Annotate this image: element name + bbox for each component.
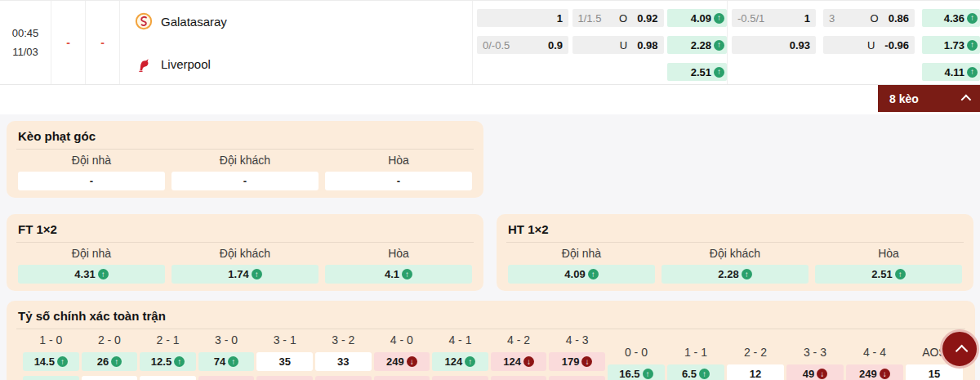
score-column: 3 - 3 49	[786, 345, 844, 380]
score-odds-top[interactable]: 124	[432, 352, 488, 371]
score-odds-bottom[interactable]: 6.6	[140, 376, 196, 380]
ft-home-odds[interactable]: 4.31	[18, 265, 165, 284]
odds-count-label: 8 kèo	[889, 92, 919, 105]
ht-over-odds[interactable]: 3 O 0.86	[823, 9, 915, 27]
ft-away-odds[interactable]: 1.74	[172, 265, 318, 284]
ht-home-odds[interactable]: 4.09	[508, 265, 655, 284]
odds-value: -	[90, 175, 93, 187]
odds-value: 4.31	[74, 268, 95, 280]
odds-value: 249	[859, 368, 877, 380]
home-team-row[interactable]: Galatasaray	[135, 11, 472, 31]
score-odds[interactable]: 16.5	[608, 364, 665, 380]
odds-value: 49	[803, 368, 814, 380]
score-label: 4 - 4	[846, 345, 903, 360]
trend-icon	[228, 356, 238, 367]
corner-headers: Đội nhà Đội khách Hòa	[16, 150, 474, 170]
odds-value: 16.5	[619, 368, 639, 380]
ft-1x2-draw-odds[interactable]: 2.51	[667, 63, 727, 81]
trend-icon	[817, 369, 827, 379]
ft-under-odds[interactable]: U 0.98	[572, 36, 664, 54]
match-row[interactable]: 00:45 11/03 - - Galatasaray Liverpool 1 …	[0, 0, 980, 85]
score-column: 4 - 4 249	[846, 345, 903, 380]
score-odds-top[interactable]: 26	[82, 352, 138, 371]
trend-icon	[407, 356, 417, 367]
ft-handicap-odds-2[interactable]: 0/-0.5 0.9	[477, 36, 568, 54]
score-odds[interactable]: 49	[786, 364, 844, 380]
corner-away-odds[interactable]: -	[172, 172, 318, 190]
score-odds[interactable]: 12	[727, 364, 784, 380]
section-ht-1x2: HT 1×2 Đội nhà Đội khách Hòa 4.09 2.28 2…	[497, 214, 973, 291]
odds-value: 2.51	[871, 268, 892, 280]
score-odds-bottom[interactable]: 25	[432, 376, 488, 380]
score-odds-bottom[interactable]: 35	[374, 376, 430, 380]
trend-icon	[57, 356, 68, 367]
trend-up-icon	[714, 40, 724, 51]
odds-count-expander-button[interactable]: 8 kèo	[878, 85, 980, 112]
scroll-top-button[interactable]	[940, 329, 979, 369]
ft-draw-odds[interactable]: 4.1	[325, 265, 472, 284]
home-score: -	[66, 36, 70, 49]
score-odds-top[interactable]: 12.5	[140, 352, 196, 371]
under-label: U	[620, 39, 627, 51]
teams-column[interactable]: Galatasaray Liverpool	[120, 1, 472, 84]
ft-over-odds[interactable]: 1/1.5 O 0.92	[572, 9, 664, 27]
match-date: 11/03	[12, 46, 38, 58]
corner-draw-odds[interactable]: -	[325, 172, 472, 190]
section-corner-odds: Kèo phạt góc Đội nhà Đội khách Hòa - - -	[7, 121, 483, 198]
score-odds-top[interactable]: 74	[198, 352, 255, 371]
trend-up-icon	[895, 269, 906, 279]
away-header: Đội khách	[662, 247, 808, 260]
score-odds-top[interactable]: 249	[374, 352, 430, 371]
ht-1x2-away-odds[interactable]: 1.73	[922, 36, 980, 54]
handicap-line: 0/-0.5	[483, 39, 510, 51]
odds-value: 0.86	[889, 12, 909, 25]
ht-handicap-odds-2[interactable]: 0.93	[732, 36, 816, 54]
ht-1x2-home-odds[interactable]: 4.36	[922, 9, 980, 27]
ht-draw-odds[interactable]: 2.51	[815, 265, 962, 284]
score-odds-top[interactable]: 179	[549, 352, 605, 371]
galatasaray-logo	[135, 12, 153, 30]
score-odds-top[interactable]: 33	[315, 352, 372, 371]
score-label: 4 - 3	[549, 333, 605, 347]
score-odds-bottom[interactable]: 39	[491, 376, 547, 380]
trend-up-icon	[714, 13, 724, 24]
ft-1x2-home-odds[interactable]: 4.09	[667, 9, 727, 27]
odds-value: 1.74	[228, 268, 248, 280]
score-odds-bottom[interactable]: 99	[549, 376, 605, 380]
total-line: 3	[829, 12, 835, 25]
score-odds-bottom[interactable]: 11.5	[256, 376, 313, 380]
ht-1x2-draw-odds[interactable]: 4.11	[922, 63, 980, 81]
trend-icon	[643, 369, 653, 379]
match-time: 00:45	[12, 27, 39, 39]
score-odds-bottom[interactable]: 9	[82, 376, 138, 380]
away-team-row[interactable]: Liverpool	[135, 54, 472, 74]
away-score: -	[100, 36, 105, 49]
score-column: 3 - 1 35 11.5	[256, 333, 313, 380]
corner-home-odds[interactable]: -	[18, 172, 165, 190]
trend-icon	[465, 356, 475, 367]
ht-away-odds[interactable]: 2.28	[662, 265, 808, 284]
score-odds[interactable]: 249	[846, 364, 903, 380]
away-header: Đội khách	[172, 154, 318, 167]
score-odds-bottom[interactable]: 8.4	[23, 376, 79, 380]
ht-headers: Đội nhà Đội khách Hòa	[506, 243, 964, 263]
score-odds-bottom[interactable]: 15.5	[198, 376, 255, 380]
ht-handicap-odds-1[interactable]: -0.5/1 1	[732, 9, 816, 27]
score-label: 2 - 0	[82, 333, 138, 347]
expander-row: 8 kèo	[0, 85, 980, 114]
correct-score-table: 1 - 0 14.5 8.4 2 - 0 26 9	[16, 329, 965, 380]
score-odds-top[interactable]: 14.5	[23, 352, 79, 371]
score-label: 3 - 1	[256, 333, 313, 347]
ft-handicap-odds-1[interactable]: 1	[477, 9, 568, 27]
ht-under-odds[interactable]: U -0.96	[823, 36, 915, 54]
odds-value: 124	[445, 355, 463, 368]
score-label: 4 - 0	[374, 333, 430, 347]
score-odds-top[interactable]: 35	[256, 352, 313, 371]
ft-1x2-away-odds[interactable]: 2.28	[667, 36, 727, 54]
odds-value: 1	[557, 12, 563, 25]
score-label: 3 - 0	[198, 333, 255, 347]
score-odds-bottom[interactable]: 18	[315, 376, 372, 380]
score-odds[interactable]: 6.5	[667, 364, 724, 380]
trend-up-icon	[742, 269, 752, 279]
score-odds-top[interactable]: 124	[491, 352, 547, 371]
